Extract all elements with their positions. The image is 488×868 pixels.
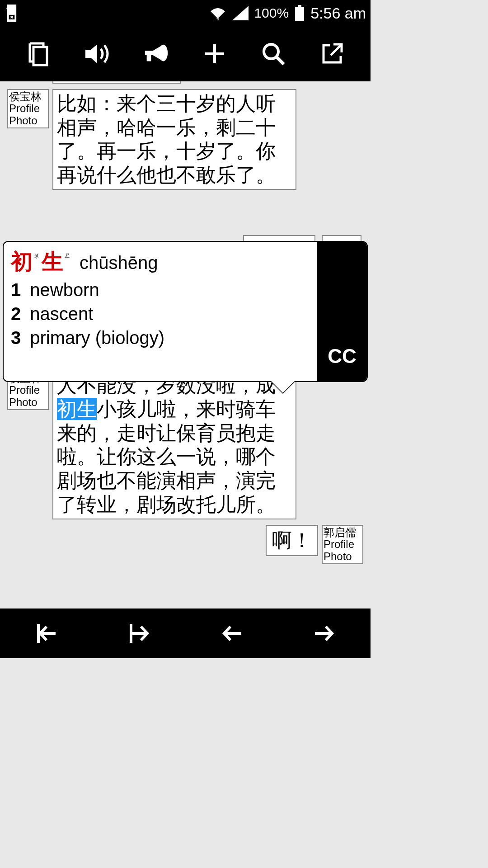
volume-icon[interactable] [84, 40, 111, 67]
go-to-end-icon[interactable] [123, 618, 155, 649]
svg-point-5 [159, 45, 168, 61]
message-row: 侯宝林 Profile Photo 比如：来个三十岁的人听相声，哈哈一乐，剩二十… [7, 89, 363, 190]
megaphone-icon[interactable] [142, 40, 169, 67]
definition-text: primary (biology) [30, 328, 164, 348]
open-external-icon[interactable] [319, 40, 346, 67]
svg-text:⇅: ⇅ [216, 17, 220, 20]
definition-text: newborn [30, 280, 99, 300]
svg-rect-4 [33, 47, 47, 65]
message-bubble[interactable]: 人不能没，岁数没啦，成初生小孩儿啦，来时骑车来的，走时让保育员抱走啦。让你这么一… [52, 371, 296, 519]
previous-icon[interactable] [216, 618, 248, 649]
definition-text: nascent [30, 304, 93, 324]
message-row: 啊！ 郭启儒 Profile Photo [7, 525, 363, 564]
signal-icon [232, 6, 249, 20]
wifi-icon: ⇅ [209, 6, 227, 20]
definition-number: 2 [11, 304, 21, 324]
speaker-name: 侯宝林 [9, 90, 42, 103]
headword-chars[interactable]: 初ㄔㄨ 生ㄕㄥ [11, 247, 70, 276]
profile-photo-label: Profile Photo [324, 538, 354, 562]
headword-char[interactable]: 生ㄕㄥ [42, 247, 70, 276]
status-bar: ⇅ 100% 5:56 am [0, 0, 371, 26]
popup-header: 初ㄔㄨ 生ㄕㄥ chūshēng [11, 247, 310, 276]
status-left [5, 5, 209, 22]
message-bubble[interactable]: 柱子爬上去。 [52, 81, 181, 84]
battery-percent: 100% [254, 5, 289, 21]
svg-rect-2 [298, 5, 301, 7]
headword-char[interactable]: 初ㄔㄨ [11, 247, 40, 276]
sim-card-icon [5, 5, 19, 22]
definition-row[interactable]: 1 newborn [11, 280, 310, 300]
go-to-start-icon[interactable] [31, 618, 62, 649]
plus-icon[interactable] [201, 40, 228, 67]
svg-point-7 [264, 44, 278, 59]
popup-body: 初ㄔㄨ 生ㄕㄥ chūshēng 1 newborn 2 nascent 3 p… [4, 242, 317, 381]
conversation-content[interactable]: 柱子爬上去。 侯宝林 Profile Photo 比如：来个三十岁的人听相声，哈… [0, 81, 371, 609]
search-icon[interactable] [260, 40, 287, 67]
definition-row[interactable]: 3 primary (biology) [11, 328, 310, 348]
message-bubble[interactable]: 啊！ [266, 525, 318, 556]
avatar-placeholder[interactable]: 郭启儒 Profile Photo [322, 525, 363, 564]
message-bubble[interactable]: 比如：来个三十岁的人听相声，哈哈一乐，剩二十了。再一乐，十岁了。你再说什么他也不… [52, 89, 296, 190]
status-right: ⇅ 100% 5:56 am [209, 5, 366, 22]
definition-row[interactable]: 2 nascent [11, 304, 310, 324]
profile-photo-label: Profile Photo [9, 102, 40, 126]
speaker-name: 郭启儒 [324, 526, 356, 538]
dictionary-popup[interactable]: 初ㄔㄨ 生ㄕㄥ chūshēng 1 newborn 2 nascent 3 p… [3, 241, 368, 382]
pinyin-reading[interactable]: chūshēng [80, 253, 158, 273]
clock-time: 5:56 am [310, 5, 366, 22]
dictionary-source-tab[interactable]: CC [317, 242, 367, 381]
copy-icon[interactable] [25, 40, 52, 67]
svg-rect-3 [295, 7, 304, 21]
highlighted-word[interactable]: 初生 [57, 398, 97, 420]
popup-pointer-icon [270, 380, 296, 393]
message-row: 柱子爬上去。 [7, 81, 363, 84]
definition-number: 3 [11, 328, 21, 348]
bottom-nav [0, 609, 371, 658]
message-row: 侯宝林 Profile Photo 人不能没，岁数没啦，成初生小孩儿啦，来时骑车… [7, 371, 363, 519]
battery-icon [294, 5, 305, 21]
next-icon[interactable] [309, 618, 340, 649]
avatar-placeholder[interactable]: 侯宝林 Profile Photo [7, 89, 49, 128]
profile-photo-label: Profile Photo [9, 384, 40, 408]
definition-number: 1 [11, 280, 21, 300]
app-toolbar [0, 26, 371, 81]
svg-rect-6 [147, 55, 151, 61]
